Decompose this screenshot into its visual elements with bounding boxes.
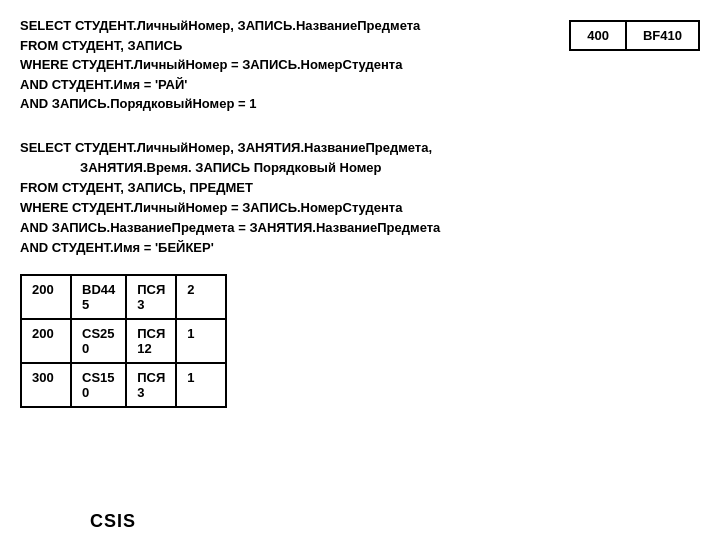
cell-r3c3: ПСЯ3 [126,363,176,407]
result-table-1: 400 BF410 [569,20,700,51]
query-block-2: SELECT СТУДЕНТ.ЛичныйНомер, ЗАНЯТИЯ.Назв… [20,138,700,409]
cell-r2c4: 1 [176,319,226,363]
query2-line3: FROM СТУДЕНТ, ЗАПИСЬ, ПРЕДМЕТ [20,180,253,195]
cell-r1c1: 200 [21,275,71,319]
query2-line2: ЗАНЯТИЯ.Время. ЗАПИСЬ Порядковый Номер [20,158,700,178]
result-table-2: 200 BD445 ПСЯ3 2 200 CS250 ПСЯ12 1 300 C… [20,274,227,408]
csis-footer-label: CSIS [90,511,136,532]
result1-col1: 400 [571,22,627,49]
table-row: 200 CS250 ПСЯ12 1 [21,319,226,363]
cell-r3c2: CS150 [71,363,126,407]
query1-line2: FROM СТУДЕНТ, ЗАПИСЬ [20,38,182,53]
cell-r2c3: ПСЯ12 [126,319,176,363]
table-row: 300 CS150 ПСЯ3 1 [21,363,226,407]
cell-r1c2: BD445 [71,275,126,319]
query2-line4: WHERE СТУДЕНТ.ЛичныйНомер = ЗАПИСЬ.Номер… [20,200,402,215]
query1-line5: AND ЗАПИСЬ.ПорядковыйНомер = 1 [20,96,256,111]
query1-line4: AND СТУДЕНТ.Имя = 'РАЙ' [20,77,187,92]
cell-r3c4: 1 [176,363,226,407]
cell-r2c2: CS250 [71,319,126,363]
query2-line1: SELECT СТУДЕНТ.ЛичныйНомер, ЗАНЯТИЯ.Назв… [20,140,432,155]
query-block-1: SELECT СТУДЕНТ.ЛичныйНомер, ЗАПИСЬ.Назва… [20,16,700,114]
page: SELECT СТУДЕНТ.ЛичныйНомер, ЗАПИСЬ.Назва… [0,0,720,540]
cell-r1c3: ПСЯ3 [126,275,176,319]
cell-r1c4: 2 [176,275,226,319]
query1-line1: SELECT СТУДЕНТ.ЛичныйНомер, ЗАПИСЬ.Назва… [20,18,420,33]
query1-line3: WHERE СТУДЕНТ.ЛичныйНомер = ЗАПИСЬ.Номер… [20,57,402,72]
result1-col2: BF410 [627,22,698,49]
table-row: 200 BD445 ПСЯ3 2 [21,275,226,319]
cell-r3c1: 300 [21,363,71,407]
query2-line6: AND СТУДЕНТ.Имя = 'БЕЙКЕР' [20,240,214,255]
query-text-2: SELECT СТУДЕНТ.ЛичныйНомер, ЗАНЯТИЯ.Назв… [20,138,700,259]
query-text-1: SELECT СТУДЕНТ.ЛичныйНомер, ЗАПИСЬ.Назва… [20,16,549,114]
cell-r2c1: 200 [21,319,71,363]
query2-line5: AND ЗАПИСЬ.НазваниеПредмета = ЗАНЯТИЯ.На… [20,220,440,235]
